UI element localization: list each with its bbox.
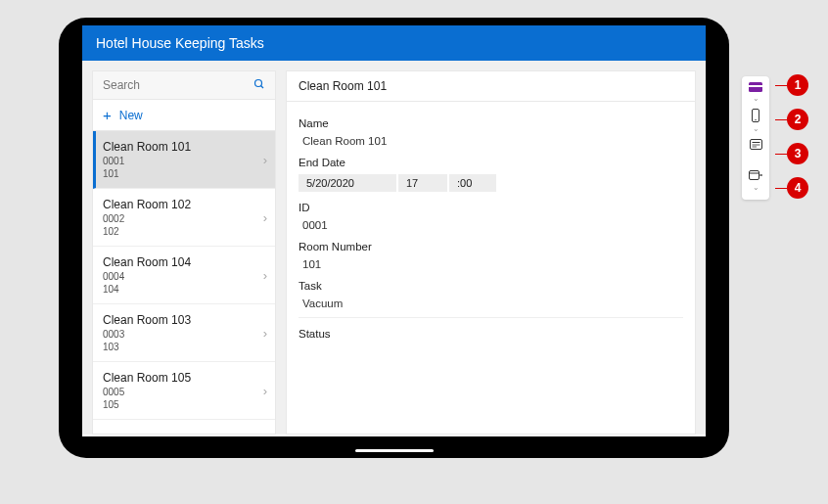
card-icon[interactable] — [749, 81, 762, 93]
chevron-down-icon[interactable]: ⌄ — [753, 123, 759, 134]
list-item[interactable]: Clean Room 1050005105› — [93, 362, 275, 420]
home-indicator — [355, 449, 434, 452]
list-item-title: Clean Room 105 — [103, 371, 265, 385]
chevron-right-icon: › — [263, 268, 267, 283]
svg-line-1 — [261, 86, 264, 89]
label-status: Status — [299, 328, 683, 340]
svg-rect-6 — [750, 140, 761, 150]
list-item-id: 0001 — [103, 156, 265, 166]
list-item-room: 101 — [103, 168, 265, 179]
callouts: 1 2 3 4 — [775, 74, 808, 211]
app-header: Hotel House Keeping Tasks — [82, 25, 706, 61]
detail-body: Name Clean Room 101 End Date 5/20/2020 1… — [286, 102, 696, 435]
list-item-title: Clean Room 101 — [103, 140, 265, 154]
chevron-right-icon: › — [263, 153, 267, 167]
end-date-hour[interactable]: 17 — [398, 174, 447, 192]
callout-badge: 1 — [787, 74, 808, 96]
label-room: Room Number — [299, 241, 683, 252]
app-title: Hotel House Keeping Tasks — [96, 35, 264, 51]
chevron-right-icon: › — [263, 326, 267, 341]
end-date-date[interactable]: 5/20/2020 — [299, 174, 396, 192]
separator — [299, 317, 683, 318]
label-end-date: End Date — [299, 157, 683, 168]
list-item-room: 102 — [103, 226, 265, 237]
left-pane: Search + New Clean Room 1010001101›Clean… — [92, 70, 276, 435]
callout-line — [775, 119, 787, 120]
tablet-frame: Hotel House Keeping Tasks Search + New C… — [59, 18, 729, 458]
plus-icon: + — [103, 107, 112, 123]
callout-badge: 2 — [787, 109, 808, 130]
chevron-down-icon[interactable]: ⌄ — [753, 182, 759, 193]
list-item-room: 104 — [103, 284, 265, 295]
list-item-title: Clean Room 103 — [103, 313, 265, 327]
svg-point-0 — [255, 80, 262, 87]
value-id: 0001 — [299, 219, 683, 231]
chevron-right-icon: › — [263, 210, 267, 225]
value-room: 101 — [299, 258, 683, 270]
svg-point-5 — [755, 119, 756, 120]
callout-3: 3 — [775, 143, 808, 164]
search-input[interactable]: Search — [92, 70, 276, 100]
end-date-min[interactable]: :00 — [449, 174, 496, 192]
list-item-title: Clean Room 102 — [103, 198, 265, 211]
list-item[interactable]: Clean Room 1020002102› — [93, 189, 275, 247]
detail-pane: Clean Room 101 Name Clean Room 101 End D… — [286, 70, 696, 435]
callout-1: 1 — [775, 74, 808, 96]
app-screen: Hotel House Keeping Tasks Search + New C… — [82, 25, 706, 436]
callout-badge: 3 — [787, 143, 808, 164]
callout-badge: 4 — [787, 177, 808, 199]
label-name: Name — [299, 117, 683, 129]
search-icon[interactable] — [253, 78, 265, 93]
new-button[interactable]: + New — [92, 100, 276, 131]
list-item-id: 0004 — [103, 271, 265, 282]
list-item-id: 0003 — [103, 329, 265, 340]
detail-heading: Clean Room 101 — [286, 70, 696, 102]
list-item-room: 105 — [103, 399, 265, 410]
form-icon[interactable] — [750, 138, 762, 151]
svg-rect-10 — [750, 171, 759, 180]
calendar-icon[interactable] — [749, 168, 762, 182]
search-placeholder: Search — [103, 78, 140, 92]
chevron-right-icon: › — [263, 384, 267, 398]
list-item[interactable]: Clean Room 1040004104› — [93, 247, 275, 304]
list-item-room: 103 — [103, 342, 265, 352]
list-item-title: Clean Room 104 — [103, 255, 265, 269]
chevron-down-icon[interactable]: ⌄ — [753, 93, 759, 104]
value-name: Clean Room 101 — [299, 135, 683, 147]
svg-rect-3 — [749, 85, 762, 87]
label-task: Task — [299, 280, 683, 292]
callout-line — [775, 188, 787, 189]
callout-line — [775, 154, 787, 155]
value-task: Vacuum — [299, 298, 683, 309]
list-item[interactable]: Clean Room 1010001101› — [93, 131, 275, 189]
phone-icon[interactable] — [751, 108, 760, 123]
list-item-id: 0002 — [103, 213, 265, 224]
app-body: Search + New Clean Room 1010001101›Clean… — [82, 61, 706, 435]
new-label: New — [119, 109, 143, 122]
callout-4: 4 — [775, 177, 808, 199]
detail-heading-text: Clean Room 101 — [299, 79, 387, 93]
task-list[interactable]: Clean Room 1010001101›Clean Room 1020002… — [92, 131, 276, 435]
end-date-row: 5/20/2020 17 :00 — [299, 174, 683, 192]
list-item[interactable]: Clean Room 1030003103› — [93, 304, 275, 362]
list-item-id: 0005 — [103, 387, 265, 397]
label-id: ID — [299, 202, 683, 213]
callout-2: 2 — [775, 109, 808, 130]
callout-line — [775, 85, 787, 86]
side-toolbar: ⌄ ⌄ ⌄ — [742, 76, 769, 200]
